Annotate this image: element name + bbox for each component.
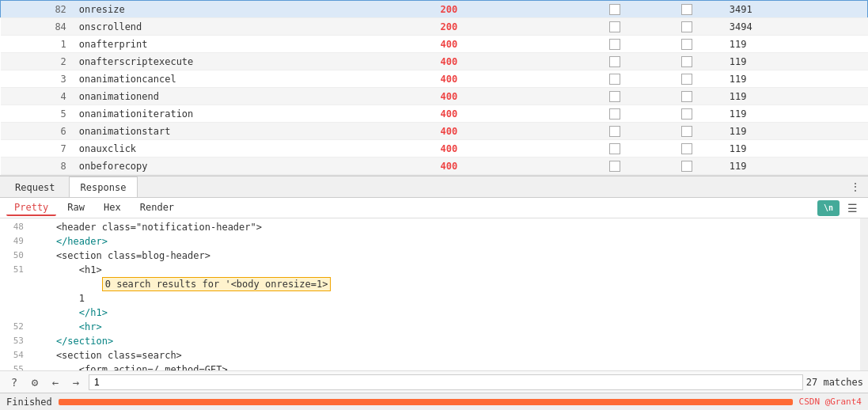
code-line: 55 <form action=/ method=GET> (0, 363, 868, 370)
line-content: <form action=/ method=GET> (30, 363, 868, 370)
row-count: 200 (434, 1, 578, 18)
settings-icon[interactable]: ⚙ (25, 374, 44, 391)
row-count: 400 (434, 88, 578, 105)
status-text: Finished (6, 397, 52, 408)
line-content: 1 (30, 291, 868, 306)
menu-icon[interactable]: ☰ (843, 199, 862, 217)
line-number: 52 (0, 320, 30, 334)
line-number: 50 (0, 249, 30, 263)
table-row[interactable]: 6 onanimationstart 400 119 (1, 123, 868, 140)
row-name: onanimationstart (73, 123, 434, 140)
row-check1[interactable] (578, 53, 650, 70)
row-check2[interactable] (650, 158, 722, 175)
line-content: <section class=blog-header> (30, 249, 868, 263)
table-row[interactable]: 84 onscrollend 200 3494 (1, 18, 868, 36)
table-row[interactable]: 5 onanimationiteration 400 119 (1, 105, 868, 123)
forward-icon[interactable]: → (66, 374, 85, 391)
row-name: onbeforecopy (73, 158, 434, 175)
scrollbar[interactable] (860, 218, 868, 370)
row-num: 119 (723, 53, 868, 70)
code-line: 52 <hr> (0, 320, 868, 334)
tab-request[interactable]: Request (3, 177, 67, 197)
row-check1[interactable] (578, 70, 650, 88)
search-bar: ? ⚙ ← → 27 matches (0, 370, 868, 393)
row-name: onresize (73, 1, 434, 18)
row-num: 119 (723, 88, 868, 105)
row-count: 400 (434, 70, 578, 88)
table-row[interactable]: 2 onafterscriptexecute 400 119 (1, 53, 868, 70)
code-line: </h1> (0, 306, 868, 320)
row-id: 7 (1, 140, 73, 158)
line-number: 55 (0, 363, 30, 370)
row-check2[interactable] (650, 1, 722, 18)
tabs-bar: RequestResponse ⋮ (0, 176, 868, 198)
table-row[interactable]: 1 onafterprint 400 119 (1, 36, 868, 53)
row-check1[interactable] (578, 105, 650, 123)
line-number: 49 (0, 234, 30, 249)
row-id: 1 (1, 36, 73, 53)
row-num: 119 (723, 36, 868, 53)
line-content: </header> (30, 234, 868, 249)
sub-tab-hex[interactable]: Hex (96, 200, 129, 216)
row-count: 400 (434, 105, 578, 123)
status-progress (59, 399, 793, 405)
row-check1[interactable] (578, 88, 650, 105)
row-num: 3494 (723, 18, 868, 36)
sub-tab-render[interactable]: Render (132, 200, 182, 216)
sub-tabs-right: \n ☰ (817, 199, 862, 217)
row-check1[interactable] (578, 140, 650, 158)
row-check1[interactable] (578, 158, 650, 175)
row-name: onauxclick (73, 140, 434, 158)
row-check2[interactable] (650, 53, 722, 70)
back-icon[interactable]: ← (46, 374, 65, 391)
row-check1[interactable] (578, 123, 650, 140)
tab-response[interactable]: Response (69, 177, 138, 197)
row-check2[interactable] (650, 70, 722, 88)
row-id: 2 (1, 53, 73, 70)
search-input[interactable] (89, 374, 803, 390)
sub-tabs-bar: PrettyRawHexRender \n ☰ (0, 198, 868, 218)
row-check1[interactable] (578, 18, 650, 36)
row-check2[interactable] (650, 36, 722, 53)
table-row[interactable]: 4 onanimationend 400 119 (1, 88, 868, 105)
table-row[interactable]: 7 onauxclick 400 119 (1, 140, 868, 158)
row-id: 3 (1, 70, 73, 88)
code-line: 48 <header class="notification-header"> (0, 220, 868, 234)
row-name: onafterscriptexecute (73, 53, 434, 70)
table-row[interactable]: 3 onanimationcancel 400 119 (1, 70, 868, 88)
row-id: 4 (1, 88, 73, 105)
wrap-label: \n (824, 203, 833, 212)
row-name: onafterprint (73, 36, 434, 53)
row-check2[interactable] (650, 140, 722, 158)
sub-tab-pretty[interactable]: Pretty (6, 200, 56, 216)
row-count: 400 (434, 140, 578, 158)
wrap-icon[interactable]: \n (817, 200, 840, 216)
line-content: </h1> (30, 306, 868, 320)
help-icon[interactable]: ? (5, 374, 24, 391)
row-check2[interactable] (650, 123, 722, 140)
table-row[interactable]: 8 onbeforecopy 400 119 (1, 158, 868, 175)
row-num: 119 (723, 140, 868, 158)
row-check1[interactable] (578, 36, 650, 53)
row-check2[interactable] (650, 105, 722, 123)
code-line: 51 <h1> 0 search results for '<body onre… (0, 263, 868, 291)
row-id: 84 (1, 18, 73, 36)
sub-tab-raw[interactable]: Raw (59, 200, 93, 216)
row-num: 119 (723, 158, 868, 175)
line-content: <h1> 0 search results for '<body onresiz… (30, 263, 868, 291)
row-count: 400 (434, 36, 578, 53)
data-table: 82 onresize 200 3491 84 onscrollend 200 … (0, 0, 868, 175)
code-line: 53 </section> (0, 334, 868, 348)
code-line: 1 (0, 291, 868, 306)
more-options-icon[interactable]: ⋮ (846, 178, 865, 196)
row-check2[interactable] (650, 88, 722, 105)
row-check1[interactable] (578, 1, 650, 18)
table-row[interactable]: 82 onresize 200 3491 (1, 1, 868, 18)
line-number: 51 (0, 263, 30, 277)
code-line: 50 <section class=blog-header> (0, 249, 868, 263)
row-count: 400 (434, 158, 578, 175)
row-check2[interactable] (650, 18, 722, 36)
row-id: 6 (1, 123, 73, 140)
row-count: 400 (434, 53, 578, 70)
row-name: onanimationend (73, 88, 434, 105)
